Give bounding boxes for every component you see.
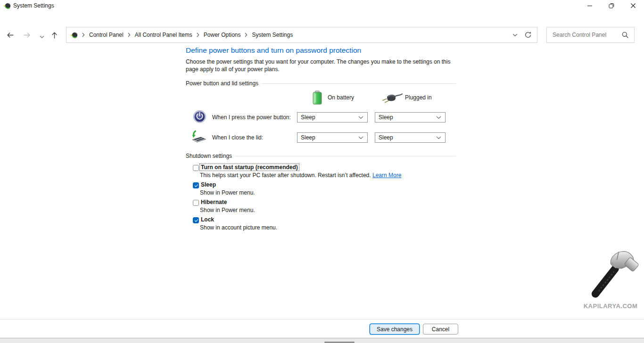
- plugged-in-column-label: Plugged in: [405, 94, 432, 101]
- shutdown-section-title: Shutdown settings: [186, 153, 232, 159]
- section-divider: [262, 83, 456, 84]
- on-battery-column-label: On battery: [328, 94, 354, 101]
- selected-value: Sleep: [379, 134, 393, 141]
- lid-close-row-label: When I close the lid:: [212, 134, 263, 141]
- sleep-description: Show in Power menu.: [200, 189, 255, 196]
- fast-startup-description: This helps start your PC faster after sh…: [200, 172, 401, 179]
- chevron-down-icon: [436, 136, 441, 139]
- recent-pages-dropdown[interactable]: [36, 31, 48, 42]
- selected-value: Sleep: [301, 114, 315, 121]
- minimize-icon: [586, 2, 594, 9]
- back-arrow-icon: [6, 31, 14, 39]
- chevron-down-icon: [436, 116, 441, 119]
- breadcrumb-all-control-panel-items[interactable]: All Control Panel Items: [135, 32, 192, 38]
- sleep-checkbox[interactable]: [193, 182, 199, 188]
- up-arrow-icon: [50, 31, 58, 39]
- sleep-label[interactable]: Sleep: [201, 181, 216, 188]
- restore-icon: [608, 2, 615, 9]
- lid-close-icon: [191, 130, 207, 144]
- battery-icon: [313, 90, 322, 105]
- shutdown-section-header: Shutdown settings: [186, 153, 456, 159]
- hibernate-description: Show in Power menu.: [200, 207, 255, 213]
- breadcrumb-separator-icon: [128, 33, 131, 37]
- back-button[interactable]: [4, 29, 16, 41]
- fast-startup-checkbox[interactable]: [193, 165, 199, 171]
- page-description: Choose the power settings that you want …: [186, 58, 456, 73]
- power-section-title: Power button and lid settings: [186, 80, 258, 87]
- lid-close-plugged-in-select[interactable]: Sleep: [375, 132, 446, 143]
- minimize-button[interactable]: [579, 0, 601, 11]
- address-bar[interactable]: Control Panel All Control Panel Items Po…: [66, 27, 537, 43]
- breadcrumb-control-panel[interactable]: Control Panel: [89, 32, 124, 38]
- lock-label[interactable]: Lock: [201, 216, 214, 223]
- chevron-down-icon: [358, 136, 363, 139]
- learn-more-link[interactable]: Learn More: [372, 172, 401, 179]
- breadcrumb-separator-icon: [245, 33, 248, 37]
- power-options-breadcrumb-icon: [71, 32, 78, 39]
- close-button[interactable]: [622, 0, 644, 11]
- plug-icon: [381, 92, 403, 104]
- search-icon[interactable]: [621, 31, 629, 39]
- lid-close-on-battery-select[interactable]: Sleep: [297, 132, 368, 143]
- breadcrumb-power-options[interactable]: Power Options: [204, 32, 241, 38]
- up-button[interactable]: [49, 29, 60, 41]
- chevron-down-icon: [40, 35, 44, 39]
- footer-divider: [0, 319, 644, 319]
- power-section-header: Power button and lid settings: [186, 80, 456, 87]
- search-box: [546, 27, 635, 43]
- hibernate-checkbox[interactable]: [193, 200, 199, 206]
- chevron-down-icon: [512, 33, 518, 37]
- system-settings-window: System Settings: [0, 0, 644, 343]
- save-changes-button[interactable]: Save changes: [370, 324, 420, 335]
- taskbar-edge: [0, 338, 644, 343]
- navigation-bar: Control Panel All Control Panel Items Po…: [0, 11, 644, 34]
- restore-button[interactable]: [601, 0, 622, 11]
- address-dropdown-button[interactable]: [509, 28, 521, 42]
- hibernate-label[interactable]: Hibernate: [201, 199, 227, 205]
- title-bar: System Settings: [0, 0, 644, 11]
- search-input[interactable]: [553, 32, 621, 38]
- cancel-button[interactable]: Cancel: [423, 324, 458, 335]
- power-button-icon: [193, 110, 206, 123]
- breadcrumb-system-settings[interactable]: System Settings: [252, 32, 293, 38]
- watermark-text: KAPILARYA.COM: [578, 302, 643, 310]
- refresh-button[interactable]: [521, 28, 535, 42]
- close-icon: [629, 2, 637, 9]
- page-title: Define power buttons and turn on passwor…: [186, 46, 361, 55]
- power-button-on-battery-select[interactable]: Sleep: [297, 112, 368, 122]
- power-button-plugged-in-select[interactable]: Sleep: [375, 112, 446, 122]
- breadcrumb-separator-icon: [82, 33, 85, 37]
- chevron-down-icon: [358, 116, 363, 119]
- lock-checkbox[interactable]: [193, 217, 199, 223]
- refresh-icon: [524, 31, 532, 39]
- breadcrumb-separator-icon: [197, 33, 199, 37]
- section-divider: [235, 156, 456, 156]
- fast-startup-label[interactable]: Turn on fast startup (recommended): [200, 164, 299, 171]
- hammer-watermark-image: [584, 246, 641, 300]
- selected-value: Sleep: [301, 134, 315, 141]
- forward-arrow-icon: [23, 31, 31, 39]
- lock-description: Show in account picture menu.: [200, 224, 277, 231]
- power-button-row-label: When I press the power button:: [212, 114, 291, 121]
- forward-button[interactable]: [21, 29, 33, 41]
- selected-value: Sleep: [379, 114, 393, 121]
- window-title: System Settings: [13, 2, 54, 9]
- power-options-app-icon: [4, 2, 11, 9]
